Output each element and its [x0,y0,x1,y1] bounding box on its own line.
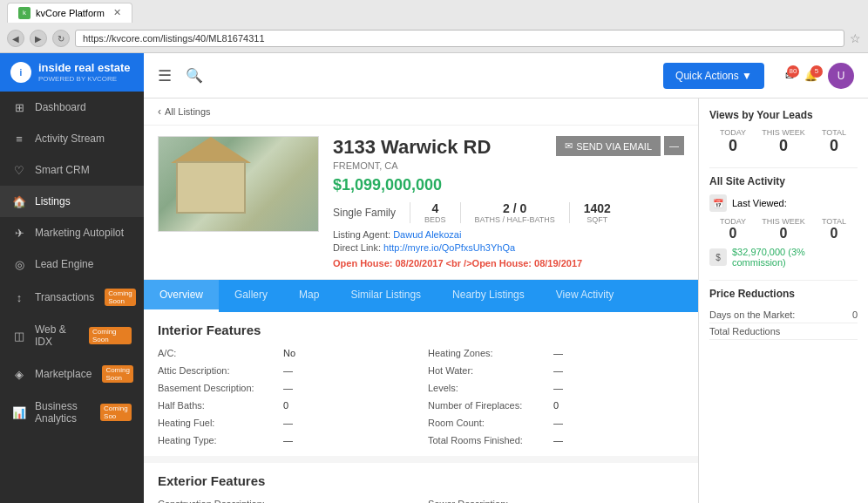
sidebar-label-marketplace: Marketplace [35,368,92,380]
send-via-email-button[interactable]: ✉ SEND VIA EMAIL [556,136,661,156]
baths-value: 2 / 0 [475,201,555,215]
stat-divider-2 [460,202,461,223]
listing-agent: Listing Agent: Dawud Alekozai [333,229,684,240]
tab-view-activity[interactable]: View Activity [540,280,629,312]
feature-basement-label: Basement Description: [158,383,280,393]
exterior-features-grid: Construction Description: — Sewer Descri… [158,499,684,503]
email-send-icon: ✉ [565,140,573,152]
quick-actions-button[interactable]: Quick Actions ▼ [663,63,764,89]
listings-icon: 🏠 [12,194,26,208]
listing-detail: 3133 Warwick RD FREMONT, CA $1,099,000,0… [144,126,698,280]
business-analytics-badge: Coming Soo [100,404,132,421]
direct-link-url[interactable]: http://myre.io/QoPfxsUh3YhQa [383,242,515,253]
top-header: ☰ 🔍 Quick Actions ▼ ✉ 80 🔔 5 U [144,53,868,99]
all-site-activity-section: All Site Activity 📅 Last Viewed: TODAY 0… [709,175,858,268]
total-reductions-label: Total Reductions [709,326,780,336]
feature-sewer-label: Sewer Description: [428,499,550,503]
notification-icon-button[interactable]: 🔔 5 [804,70,817,82]
activity-week-value: 0 [760,226,807,241]
tab-nearby-listings[interactable]: Nearby Listings [437,280,540,312]
sidebar-label-listings: Listings [35,195,71,207]
web-idx-badge: Coming Soon [89,327,132,344]
feature-heating-fuel: Heating Fuel: — [158,418,414,428]
week-views: THIS WEEK 0 [760,128,807,155]
back-arrow-icon: ‹ [158,105,161,118]
feature-basement: Basement Description: — [158,383,414,393]
listing-title: 3133 Warwick RD [333,136,491,159]
days-on-market-value: 0 [852,309,858,320]
sidebar-item-lead-engine[interactable]: ◎ Lead Engine [0,248,144,280]
tab-overview[interactable]: Overview [144,280,219,312]
last-viewed-row: 📅 Last Viewed: [709,194,858,212]
open-house-info: Open House: 08/20/2017 <br />Open House:… [333,258,684,268]
sidebar-item-smart-crm[interactable]: ♡ Smart CRM [0,154,144,186]
sidebar-label-activity-stream: Activity Stream [35,133,105,145]
feature-room-count-label: Room Count: [428,418,550,428]
house-roof-shape [171,137,251,163]
sidebar-item-business-analytics[interactable]: 📊 Business Analytics Coming Soo [0,391,144,433]
send-label: SEND VIA EMAIL [576,141,652,152]
total-label: TOTAL [810,128,858,137]
web-idx-icon: ◫ [12,329,26,343]
interior-features-grid: A/C: No Heating Zones: — Attic Descripti… [158,348,684,445]
send-more-button[interactable]: — [664,136,684,155]
days-on-market-row: Days on the Market: 0 [709,307,858,323]
tab-gallery[interactable]: Gallery [219,280,283,312]
sidebar-label-web-idx: Web & IDX [35,323,78,348]
week-value: 0 [760,137,807,155]
avatar[interactable]: U [828,63,854,89]
hamburger-icon[interactable]: ☰ [158,66,172,85]
notification-badge: 5 [810,65,823,78]
back-button[interactable]: ◀ [7,30,24,47]
week-label: THIS WEEK [760,128,807,137]
sidebar-item-marketing-autopilot[interactable]: ✈ Marketing Autopilot [0,217,144,248]
feature-attic-value: — [283,365,293,376]
logo-text-block: inside real estate POWERED BY KVCORE [38,62,131,82]
feature-heating-zones-label: Heating Zones: [428,348,550,358]
search-icon[interactable]: 🔍 [186,67,203,84]
listing-title-block: 3133 Warwick RD FREMONT, CA $1,099,000,0… [333,136,491,201]
bookmark-icon[interactable]: ☆ [850,31,861,45]
forward-button[interactable]: ▶ [30,30,47,47]
commission-row: $ $32,970,000 (3% commission) [709,247,858,268]
sidebar-item-dashboard[interactable]: ⊞ Dashboard [0,92,144,123]
browser-chrome: k kvCore Platform ✕ ◀ ▶ ↻ ☆ [0,0,868,53]
interior-features-section: Interior Features A/C: No Heating Zones:… [144,312,698,456]
feature-levels: Levels: — [428,383,684,393]
sidebar-item-transactions[interactable]: ↕ Transactions Coming Soon [0,280,144,315]
feature-construction: Construction Description: — [158,499,414,503]
address-bar[interactable] [75,30,844,47]
email-badge: 80 [787,65,799,78]
sqft-stat: 1402 SQFT [584,201,611,224]
back-link[interactable]: ‹ All Listings [144,99,698,126]
refresh-button[interactable]: ↻ [52,30,70,47]
feature-heating-type-label: Heating Type: [158,435,280,445]
sqft-label: SQFT [584,215,611,224]
tab-similar-listings[interactable]: Similar Listings [335,280,437,312]
browser-tab[interactable]: k kvCore Platform ✕ [7,3,132,23]
listing-stats: Single Family 4 BEDS 2 / 0 BATHS / HALF-… [333,201,684,224]
total-views: TOTAL 0 [810,128,858,155]
sidebar: i inside real estate POWERED BY KVCORE ⊞… [0,53,144,503]
feature-fireplaces: Number of Fireplaces: 0 [428,400,684,411]
tab-map[interactable]: Map [283,280,335,312]
agent-name-link[interactable]: Dawud Alekozai [393,229,461,240]
views-by-leads-section: Views by Your Leads TODAY 0 THIS WEEK 0 … [709,109,858,155]
feature-fireplaces-label: Number of Fireplaces: [428,400,550,411]
baths-label: BATHS / HALF-BATHS [475,215,555,224]
right-panel: Views by Your Leads TODAY 0 THIS WEEK 0 … [698,99,868,503]
feature-heating-zones: Heating Zones: — [428,348,684,358]
email-icon-button[interactable]: ✉ 80 [785,70,794,82]
feature-half-baths: Half Baths: 0 [158,400,414,411]
transactions-badge: Coming Soon [105,289,136,306]
sidebar-item-listings[interactable]: 🏠 Listings [0,186,144,217]
feature-heating-fuel-value: — [283,418,293,428]
sidebar-item-web-idx[interactable]: ◫ Web & IDX Coming Soon [0,315,144,357]
feature-ac-value: No [283,348,295,358]
app-wrapper: i inside real estate POWERED BY KVCORE ⊞… [0,53,868,503]
sidebar-item-activity-stream[interactable]: ≡ Activity Stream [0,123,144,154]
sidebar-item-marketplace[interactable]: ◈ Marketplace Coming Soon [0,357,144,391]
tab-close-button[interactable]: ✕ [113,7,121,18]
listing-photo [159,137,318,231]
feature-levels-label: Levels: [428,383,550,393]
